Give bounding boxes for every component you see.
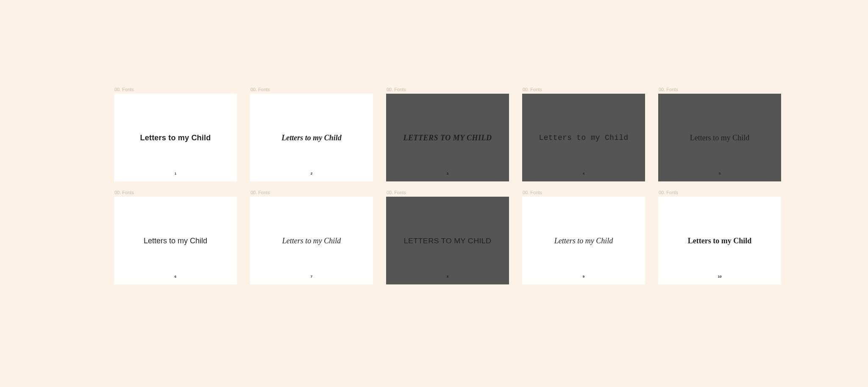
font-sample-text: Letters to my Child [140, 134, 211, 142]
font-preview-card-7[interactable]: Letters to my Child 7 [250, 197, 373, 284]
font-preview-cell: 00. Fonts Letters to my Child 7 [250, 190, 373, 284]
font-preview-cell: 00. Fonts Letters to my Child 4 [522, 87, 645, 181]
font-preview-cell: 00. Fonts Letters to my Child 10 [658, 190, 781, 284]
design-canvas[interactable]: 00. Fonts Letters to my Child 1 00. Font… [0, 0, 868, 387]
frame-label: 00. Fonts [250, 87, 373, 92]
font-preview-card-1[interactable]: Letters to my Child 1 [114, 94, 237, 181]
font-preview-card-10[interactable]: Letters to my Child 10 [658, 197, 781, 284]
card-index: 3 [386, 172, 509, 175]
font-sample-text: Letters to my Child [404, 237, 492, 244]
font-preview-cell: 00. Fonts Letters to my Child 6 [114, 190, 237, 284]
font-sample-text: Letters to my Child [554, 237, 613, 245]
font-preview-cell: 00. Fonts Letters to my Child 5 [658, 87, 781, 181]
card-index: 7 [250, 275, 373, 278]
card-index: 10 [658, 275, 781, 278]
card-index: 5 [658, 172, 781, 175]
font-preview-cell: 00. Fonts Letters to my Child 8 [386, 190, 509, 284]
card-index: 9 [522, 275, 645, 278]
font-preview-card-4[interactable]: Letters to my Child 4 [522, 94, 645, 181]
font-sample-text: Letters to my Child [690, 134, 749, 142]
font-preview-card-3[interactable]: LETTERS TO MY CHILD 3 [386, 94, 509, 181]
font-preview-card-5[interactable]: Letters to my Child 5 [658, 94, 781, 181]
frame-label: 00. Fonts [658, 87, 781, 92]
font-preview-cell: 00. Fonts Letters to my Child 9 [522, 190, 645, 284]
card-index: 6 [114, 275, 237, 278]
font-preview-card-6[interactable]: Letters to my Child 6 [114, 197, 237, 284]
frame-label: 00. Fonts [114, 190, 237, 195]
frame-label: 00. Fonts [114, 87, 237, 92]
card-index: 2 [250, 172, 373, 175]
frame-label: 00. Fonts [658, 190, 781, 195]
card-index: 1 [114, 172, 237, 175]
frame-label: 00. Fonts [386, 87, 509, 92]
font-sample-text: Letters to my Child [282, 237, 341, 245]
font-preview-card-8[interactable]: Letters to my Child 8 [386, 197, 509, 284]
frame-label: 00. Fonts [522, 87, 645, 92]
font-sample-text: Letters to my Child [539, 134, 629, 142]
font-preview-cell: 00. Fonts Letters to my Child 1 [114, 87, 237, 181]
card-index: 8 [386, 275, 509, 278]
font-sample-text: Letters to my Child [688, 237, 751, 245]
font-sample-text: Letters to my Child [144, 237, 207, 245]
font-preview-cell: 00. Fonts LETTERS TO MY CHILD 3 [386, 87, 509, 181]
frame-label: 00. Fonts [386, 190, 509, 195]
font-preview-cell: 00. Fonts Letters to my Child 2 [250, 87, 373, 181]
font-sample-text: Letters to my Child [281, 134, 342, 142]
font-sample-text: LETTERS TO MY CHILD [403, 134, 492, 142]
card-index: 4 [522, 172, 645, 175]
frame-label: 00. Fonts [522, 190, 645, 195]
font-preview-grid: 00. Fonts Letters to my Child 1 00. Font… [114, 87, 781, 284]
font-preview-card-9[interactable]: Letters to my Child 9 [522, 197, 645, 284]
frame-label: 00. Fonts [250, 190, 373, 195]
font-preview-card-2[interactable]: Letters to my Child 2 [250, 94, 373, 181]
